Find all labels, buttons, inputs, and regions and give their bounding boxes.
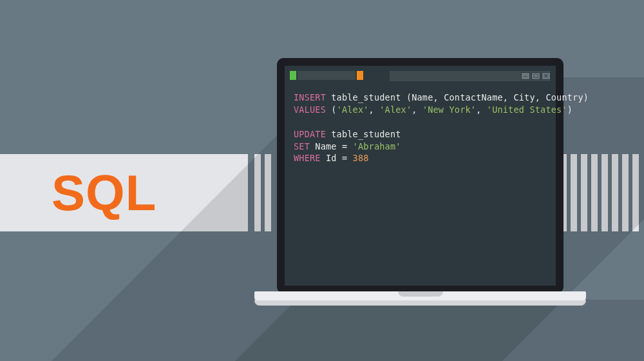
close-icon: ✕	[542, 72, 551, 80]
identifier: table_student	[331, 129, 401, 139]
keyword: VALUES	[294, 104, 326, 115]
tab-marker	[357, 71, 363, 80]
identifier: Id	[326, 153, 337, 163]
string: 'United States'	[487, 104, 567, 115]
active-tab-indicator	[290, 71, 296, 80]
keyword: WHERE	[294, 153, 321, 163]
sql-heading: SQL	[52, 164, 156, 222]
string: 'Abraham'	[353, 141, 401, 151]
string: 'New York'	[422, 104, 476, 115]
screen-bezel: – ☐ ✕ INSERT table_student (Name, Contac…	[277, 58, 564, 293]
minimize-icon: –	[521, 72, 530, 80]
identifier: table_student	[331, 92, 401, 102]
identifier: Name	[315, 141, 336, 151]
keyword: UPDATE	[294, 129, 326, 139]
editor-screen: – ☐ ✕ INSERT table_student (Name, Contac…	[285, 66, 556, 286]
laptop-base-edge	[254, 300, 586, 306]
number: 388	[353, 153, 369, 163]
operator: =	[342, 153, 347, 163]
string: 'Alex'	[337, 104, 369, 115]
string: 'Alex'	[379, 104, 412, 115]
keyword: SET	[294, 141, 310, 151]
code-block: INSERT table_student (Name, ContactName,…	[294, 92, 549, 164]
column-list: (Name, ContactName, City, Country)	[406, 92, 589, 102]
laptop-notch	[398, 291, 443, 297]
keyword: INSERT	[294, 92, 326, 102]
toolbar: – ☐ ✕	[390, 71, 551, 81]
tab	[298, 71, 355, 80]
operator: =	[342, 141, 347, 151]
laptop: – ☐ ✕ INSERT table_student (Name, Contac…	[277, 58, 564, 316]
editor-topbar: – ☐ ✕	[290, 71, 551, 81]
maximize-icon: ☐	[531, 72, 540, 80]
laptop-base	[254, 291, 586, 306]
